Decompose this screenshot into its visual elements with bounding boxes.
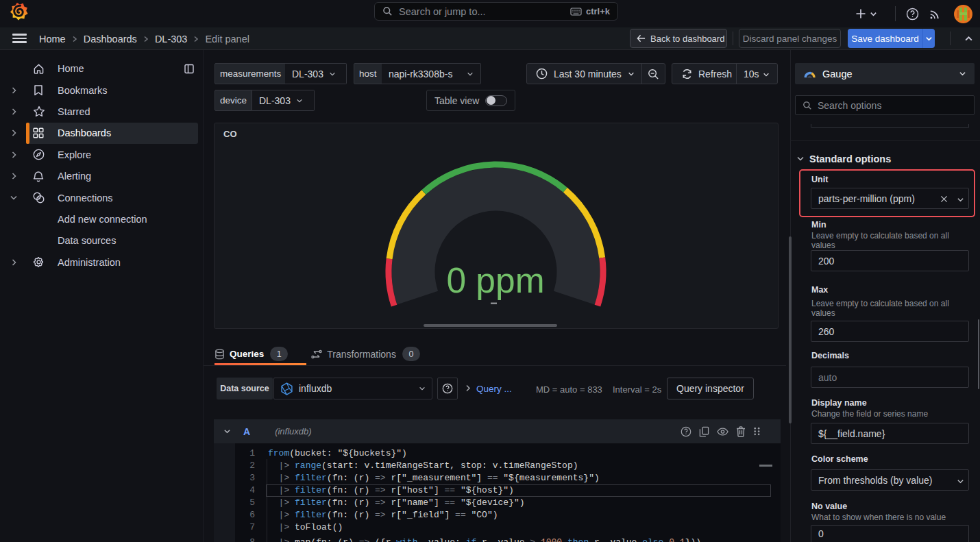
svg-text:0 ppm: 0 ppm xyxy=(446,260,544,300)
